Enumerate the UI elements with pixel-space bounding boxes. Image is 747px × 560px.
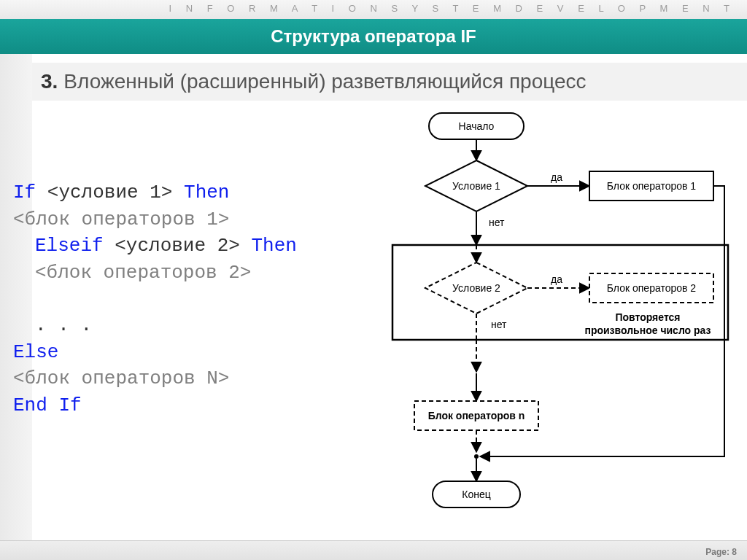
cond2: <условие 2>	[115, 235, 240, 257]
subtitle-number: 3.	[41, 70, 58, 93]
code-block: If <условие 1> Then <блок операторов 1> …	[13, 153, 297, 419]
flow-end: Конец	[462, 489, 490, 500]
header-strip: I N F O R M A T I O N S Y S T E M D E V …	[0, 0, 747, 20]
subtitle-band: 3. Вложенный (расширенный) разветвляющий…	[32, 63, 747, 101]
slide-title: Структура оператора IF	[271, 26, 476, 47]
svg-point-16	[474, 454, 479, 459]
flow-cond1: Условие 1	[452, 180, 500, 192]
kw-endif: End If	[13, 394, 82, 416]
flow-yes1: да	[551, 171, 562, 183]
flow-no1: нет	[489, 217, 505, 228]
flow-no2: нет	[491, 319, 507, 330]
kw-then2: Then	[240, 235, 297, 257]
kw-if: If	[13, 182, 47, 203]
dots: . . .	[35, 314, 92, 336]
slide: I N F O R M A T I O N S Y S T E M D E V …	[0, 0, 747, 560]
flow-yes2: да	[551, 273, 562, 285]
flow-block2: Блок операторов 2	[607, 282, 697, 294]
kw-else: Else	[13, 341, 58, 363]
subtitle-text: Вложенный (расширенный) разветвляющийся …	[63, 70, 586, 93]
blockN: <блок операторов N>	[13, 368, 229, 389]
kicker-text: I N F O R M A T I O N S Y S T E M D E V …	[169, 3, 735, 14]
flow-blockN: Блок операторов n	[428, 410, 525, 421]
kw-then: Then	[172, 182, 229, 203]
kw-elseif: Elseif	[35, 235, 115, 257]
flow-repeat2: произвольное число раз	[584, 324, 711, 336]
flow-start: Начало	[459, 120, 495, 132]
flow-block1: Блок операторов 1	[607, 180, 697, 192]
flowchart: Начало Условие 1 да Блок операторов 1 не…	[356, 109, 735, 518]
page-number: Page: 8	[705, 547, 737, 557]
footer-bar: Page: 8	[0, 540, 747, 560]
block1: <блок операторов 1>	[13, 209, 229, 230]
title-bar: Структура оператора IF	[0, 19, 747, 54]
block2: <блок операторов 2>	[35, 262, 251, 284]
cond1: <условие 1>	[47, 182, 173, 203]
flow-repeat1: Повторяется	[615, 311, 680, 323]
flow-cond2: Условие 2	[452, 282, 500, 294]
